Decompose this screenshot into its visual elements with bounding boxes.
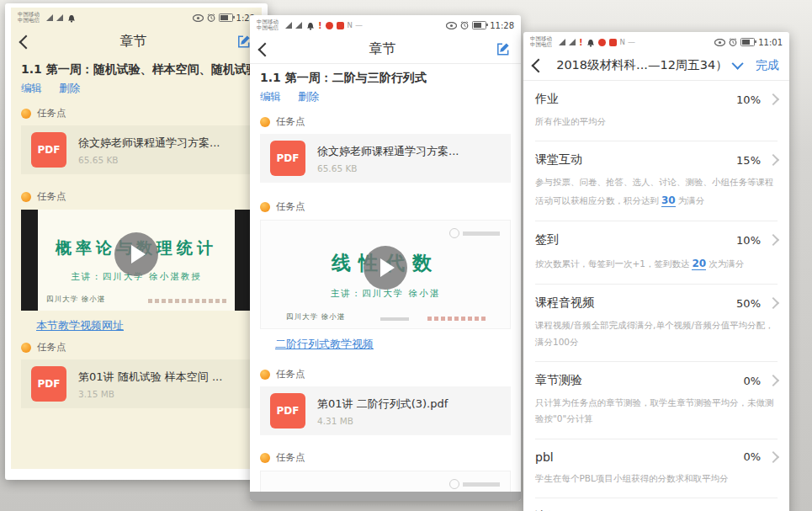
row-description: 所有作业的平均分 [535,114,778,130]
chapter-actions: 编辑 删除 [11,80,262,101]
battery-icon [472,21,486,29]
play-button-icon[interactable] [114,232,158,276]
course-title: 2018级材料科...—12周五34） [556,58,728,72]
row-percentage: 10% [736,93,761,106]
notification-app-icon [337,22,344,29]
chevron-right-icon [767,93,779,105]
course-title-dropdown[interactable]: 2018级材料科...—12周五34） [544,57,756,73]
task-point-row: 任务点 [250,362,521,385]
row-percentage: 0% [743,450,761,463]
task-point-label: 任务点 [37,190,66,203]
right-status-bar: 中国移动 中国电信 ! N — 11:01 [523,32,789,51]
more-indicator: — [628,38,635,46]
battery-icon [219,13,233,22]
video-fine-print [427,317,486,321]
nfc-indicator: N [620,38,625,46]
signal-bars-icon [569,39,576,45]
weight-row-pbl[interactable]: pbl 0% 学生在每个PBL项目小组获得的分数求和取平均分 [523,439,789,498]
edit-link[interactable]: 编辑 [21,82,42,96]
signal-bars-icon [46,14,53,21]
page-title: 章节 [31,33,236,51]
row-label: pbl [535,450,743,464]
carrier-labels: 中国移动 中国电信 [18,12,40,24]
row-description: 学生在每个PBL项目小组获得的分数求和取平均分 [535,471,778,487]
task-point-icon [260,453,270,463]
chapter-actions: 编辑 删除 [250,88,521,109]
delete-link[interactable]: 删除 [59,82,80,96]
video-url-link[interactable]: 本节教学视频网址 [36,318,124,333]
row-percentage: 50% [736,297,761,310]
signal-bars-icon [56,14,63,21]
pdf-attachment[interactable]: PDF 徐文婷老师课程通学习方案... 65.65 KB [260,134,511,183]
pdf-attachment[interactable]: PDF 第01讲 二阶行列式(3).pdf 4.31 MB [260,386,511,435]
video-fine-print [380,317,409,321]
task-point-label: 任务点 [276,200,305,213]
play-button-icon[interactable] [364,246,407,290]
bell-icon [306,21,315,30]
pdf-title: 第01讲 随机试验 样本空间 ... [78,370,222,385]
video-footer-text: 四川大学 徐小湛 [286,312,345,322]
weight-row-homework[interactable]: 作业 10% 所有作业的平均分 [523,81,789,141]
task-point-icon [260,117,270,127]
warning-icon: ! [318,21,322,30]
eye-icon [714,39,725,46]
carrier-labels: 中国移动 中国电信 [530,36,552,48]
row-percentage: 15% [736,154,761,167]
nav-bar [250,492,521,501]
signal-bars-icon [295,22,302,29]
task-point-icon [21,109,31,119]
task-point-row: 任务点 [11,335,262,358]
video-thumbnail[interactable]: 概率论与数理统计 主讲：四川大学 徐小湛教授 四川大学 徐小湛 [21,210,252,311]
weight-row-class-interaction[interactable]: 课堂互动 15% 参与投票、问卷、抢答、选人、讨论、测验、小组任务等课程活动可以… [523,141,789,221]
signal-bars-icon [285,22,292,29]
pdf-attachment[interactable]: PDF 第01讲 随机试验 样本空间 ... 3.15 MB [21,359,252,408]
chevron-right-icon [767,154,779,166]
middle-phone-screenshot: 中国移动 中国电信 ! N — 11:28 章节 1.1 第一周：二阶与三阶行列… [250,15,521,501]
carrier-labels: 中国移动 中国电信 [257,19,279,31]
video-thumbnail[interactable]: 线性代数 主讲：四川大学 徐小湛 四川大学 徐小湛 [260,220,511,329]
notification-app-icon [609,39,617,46]
video-url-link[interactable]: 二阶行列式教学视频 [275,337,374,352]
pdf-icon: PDF [270,141,305,176]
alarm-clock-icon [729,38,737,46]
chevron-down-icon[interactable] [731,58,743,70]
compose-edit-icon[interactable] [495,41,511,57]
watermark-logo [449,479,500,489]
time-label: 11:28 [490,21,514,30]
nfc-indicator: N [348,21,353,29]
alarm-clock-icon [460,21,469,29]
pdf-title: 徐文婷老师课程通学习方案... [78,136,220,151]
weight-row-sign-in[interactable]: 签到 10% 按次数累计，每签到一次+1，签到数达20次为满分 [523,221,789,285]
chapter-title: 1.1 第一周：随机试验、样本空间、随机试验 [11,56,262,80]
done-button[interactable]: 完成 [756,58,779,73]
right-phone-screenshot: 中国移动 中国电信 ! N — 11:01 2018级材料科...—12周五34… [523,32,789,511]
eye-icon [446,22,457,29]
task-point-icon [21,192,31,202]
row-label: 课堂互动 [535,152,736,168]
delete-link[interactable]: 删除 [298,90,319,104]
task-point-row: 任务点 [250,109,521,132]
carrier-label: 中国电信 [18,18,40,24]
weight-row-chapter-quiz[interactable]: 章节测验 0% 只计算为任务点的章节测验，取学生章节测验平均分，未做测验按"0"… [523,362,789,439]
row-label: 作业 [535,92,736,107]
middle-status-bar: 中国移动 中国电信 ! N — 11:28 [250,15,521,34]
watermark-logo [449,228,500,238]
pdf-size: 4.31 MB [317,416,448,426]
row-description: 课程视频/音频全部完成得满分,单个视频/音频分值平均分配，满分100分 [535,317,778,350]
task-point-label: 任务点 [276,115,305,128]
pdf-title: 徐文婷老师课程通学习方案... [317,144,459,159]
notification-app-icon [598,39,606,46]
weight-row-audio-video[interactable]: 课程音视频 50% 课程视频/音频全部完成得满分,单个视频/音频分值平均分配，满… [523,285,789,362]
left-phone-screenshot: 中国移动 中国电信 1:22 章节 1.1 第一周：随机试验、样本空间、随机试验… [5,3,268,480]
page-title: 章节 [270,40,495,58]
more-indicator: — [355,21,363,29]
pdf-attachment[interactable]: PDF 徐文婷老师课程通学习方案... 65.65 KB [21,125,252,174]
row-description: 按次数累计，每签到一次+1，签到数达20次为满分 [535,254,778,273]
row-label: 签到 [535,232,736,248]
video-footer-text: 四川大学 徐小湛 [46,295,105,305]
bell-icon [586,38,595,47]
edit-link[interactable]: 编辑 [260,90,281,104]
task-point-label: 任务点 [276,368,305,381]
weight-row-visits[interactable]: 访问数 0% 访问数达300次为满分 [523,498,789,511]
pdf-size: 65.65 KB [317,163,459,173]
